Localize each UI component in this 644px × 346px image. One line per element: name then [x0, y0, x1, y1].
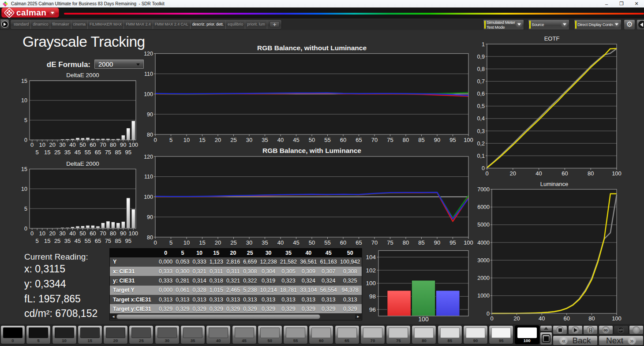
tab-equilibrio[interactable]: equilibrio: [226, 20, 245, 29]
tab-fmm-max-2-4[interactable]: FMM MAX 2.4: [124, 20, 153, 29]
tab-standard[interactable]: standard: [12, 20, 31, 29]
svg-text:100: 100: [144, 194, 153, 200]
tab-filmmaker-max[interactable]: FILMMAKER MAX: [88, 20, 124, 29]
continuous-measure-button[interactable]: ∞: [599, 325, 613, 335]
scrollbar-thumb[interactable]: [116, 314, 320, 319]
next-button[interactable]: Next»: [599, 335, 644, 346]
table-cell: 0,329: [208, 304, 225, 313]
pattern-patch-75[interactable]: 75: [386, 325, 411, 344]
pattern-patch-90[interactable]: 90: [463, 325, 488, 344]
scroll-left-icon[interactable]: ◄: [110, 314, 116, 319]
pattern-patch-35[interactable]: 35: [180, 325, 205, 344]
de-formula-value: 2000: [98, 60, 113, 68]
svg-text:60: 60: [90, 230, 96, 237]
svg-text:25: 25: [230, 137, 236, 143]
svg-text:95: 95: [449, 239, 456, 246]
table-row: x: CIE310,3330,3000,3210,3110,3110,3080,…: [110, 267, 362, 276]
svg-text:65: 65: [95, 149, 101, 156]
de-formula-label: dE Formula:: [0, 60, 90, 69]
pattern-collapse-button[interactable]: [540, 325, 552, 331]
svg-text:0,6: 0,6: [477, 91, 485, 97]
svg-text:110: 110: [144, 174, 153, 180]
svg-text:85: 85: [418, 239, 424, 246]
pattern-patch-65[interactable]: 65: [335, 325, 359, 344]
play-button[interactable]: [568, 325, 583, 335]
patch-swatch: [440, 327, 460, 338]
add-layout-tab-button[interactable]: +: [270, 21, 280, 27]
pattern-patch-20[interactable]: 20: [103, 325, 128, 344]
close-button[interactable]: ✕: [629, 0, 644, 7]
meter-dropdown[interactable]: Simulated Meter Test Mode: [483, 19, 524, 30]
pattern-patch-50[interactable]: 50: [258, 325, 282, 344]
pattern-patch-25[interactable]: 25: [129, 325, 154, 344]
measurement-table-body: Y0,0000,0530,3331,1232,8166,65912,23821,…: [110, 257, 362, 314]
scroll-right-icon[interactable]: ►: [355, 314, 361, 319]
patch-swatch: [183, 327, 202, 338]
source-accent-bar: [529, 21, 531, 29]
patch-level-label: 10: [52, 339, 76, 343]
autocal-loop-button[interactable]: [614, 325, 629, 335]
svg-text:15: 15: [21, 78, 27, 84]
pattern-patch-70[interactable]: 70: [360, 325, 385, 344]
de-formula-select[interactable]: 2000: [94, 60, 144, 69]
table-cell: 2,816: [225, 257, 241, 267]
svg-text:0: 0: [154, 137, 157, 143]
tab-fmm-max-2-4-cal[interactable]: FMM MAX 2.4 CAL: [153, 20, 191, 29]
pattern-window-button[interactable]: [540, 332, 552, 345]
patch-swatch: [517, 327, 537, 338]
tab-scroll-left-button[interactable]: [0, 19, 9, 30]
pattern-patch-30[interactable]: 30: [155, 325, 180, 344]
svg-text:35: 35: [262, 137, 268, 143]
stop-button[interactable]: [553, 325, 567, 335]
tab-dinamico[interactable]: dinamico: [31, 20, 50, 29]
table-col-0: 0: [157, 249, 174, 257]
tab-priorit-lum[interactable]: priorit. lum: [245, 20, 267, 29]
svg-text:55: 55: [85, 238, 91, 244]
source-dropdown[interactable]: Source: [528, 19, 569, 30]
record-button[interactable]: [629, 325, 644, 335]
tab-cinema[interactable]: cinema: [71, 20, 88, 29]
pattern-patch-85[interactable]: 85: [438, 325, 462, 344]
pattern-patch-10[interactable]: 10: [52, 325, 77, 344]
table-cell: 0,305: [278, 267, 298, 276]
infinity-icon: ∞: [603, 327, 607, 333]
logo-dropdown-arrow-icon[interactable]: [49, 10, 56, 16]
next-button-label: Next: [606, 336, 623, 346]
pattern-patch-80[interactable]: 80: [412, 325, 436, 344]
collapse-panel-button[interactable]: [637, 19, 644, 30]
deltae-top-chart: DeltaE 200005101501020304050607080901005…: [21, 72, 138, 156]
pattern-patch-45[interactable]: 45: [232, 325, 257, 344]
pattern-patch-40[interactable]: 40: [206, 325, 231, 344]
table-cell: 0,313: [258, 295, 278, 304]
rgb-levels-chart: 9698100102104100: [366, 251, 468, 323]
pattern-patch-60[interactable]: 60: [309, 325, 333, 344]
minimize-button[interactable]: –: [599, 0, 614, 7]
tab-filmmaker[interactable]: filmmaker: [50, 20, 71, 29]
svg-text:90: 90: [434, 137, 440, 143]
svg-text:10: 10: [21, 97, 27, 104]
svg-text:15: 15: [199, 137, 205, 143]
pattern-patch-100[interactable]: 100: [515, 325, 539, 344]
svg-text:20: 20: [215, 137, 221, 143]
svg-text:80: 80: [147, 132, 153, 138]
table-cell: 0,313: [208, 295, 225, 304]
pattern-patch-5[interactable]: 5: [26, 325, 51, 344]
pattern-patch-55[interactable]: 55: [283, 325, 308, 344]
table-scrollbar[interactable]: ◄ ►: [109, 314, 362, 320]
single-measure-button[interactable]: [-]: [583, 325, 598, 335]
settings-button[interactable]: ⚙: [624, 19, 635, 30]
pattern-patch-0[interactable]: 0: [0, 325, 25, 344]
pattern-patch-95[interactable]: 95: [489, 325, 513, 344]
back-button[interactable]: «Back: [553, 335, 598, 346]
calman-logo-menu[interactable]: calman: [1, 7, 59, 18]
tab-descriz-prior-dett-[interactable]: descriz. prior. dett.: [191, 20, 226, 29]
svg-text:85: 85: [115, 149, 121, 156]
pattern-patch-15[interactable]: 15: [78, 325, 102, 344]
maximize-button[interactable]: ❐: [614, 0, 629, 7]
calman-window: Calman 2025 Calman Ultimate for Business…: [0, 0, 644, 346]
svg-text:100: 100: [144, 91, 153, 97]
display-control-dropdown[interactable]: Direct Display Control: [574, 19, 622, 30]
svg-text:90: 90: [147, 112, 153, 118]
table-col-20: 20: [225, 249, 241, 257]
pattern-bar: 0510152025303540455055606570758085909510…: [0, 324, 644, 346]
